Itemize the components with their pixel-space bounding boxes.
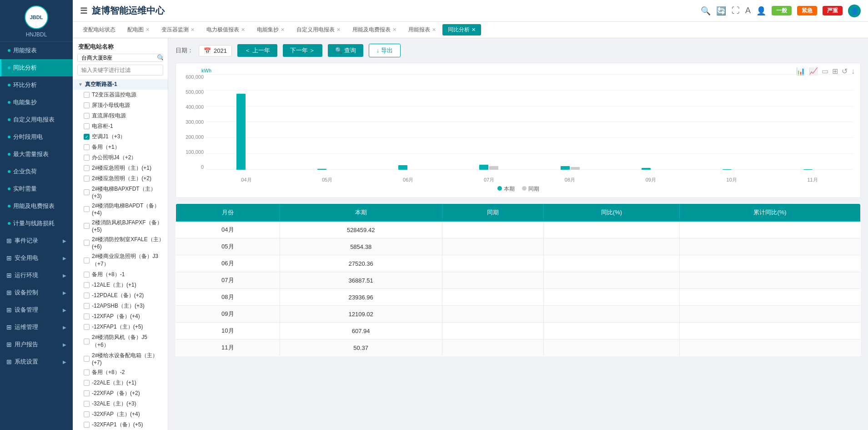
refresh-icon[interactable]: 🔄 (716, 6, 726, 16)
sidebar-item-分时段用电[interactable]: 分时段用电 (0, 128, 73, 146)
tree-checkbox[interactable] (84, 369, 90, 375)
station-search-input[interactable] (78, 54, 153, 62)
tree-checkbox[interactable] (84, 324, 90, 330)
date-picker[interactable]: 📅 2021 (199, 45, 232, 56)
sidebar-item-用能报表[interactable]: 用能报表 (0, 42, 73, 59)
export-button[interactable]: ↓ 导出 (369, 44, 401, 57)
station-search-button[interactable]: 🔍 (153, 54, 163, 62)
tree-node--12ALE（主）(+1)[interactable]: -12ALE（主）(+1) (73, 280, 168, 290)
sidebar-item-最大需量报表[interactable]: 最大需量报表 (0, 146, 73, 163)
tree-node-2#楼消防电梯BAPDT（备）(+4)[interactable]: 2#楼消防电梯BAPDT（备）(+4) (73, 201, 168, 218)
tab-自定义用电报表[interactable]: 自定义用电报表✕ (291, 24, 346, 35)
tree-node-电容柜-1[interactable]: 电容柜-1 (73, 121, 168, 132)
tab-close-icon[interactable]: ✕ (241, 27, 245, 33)
query-button[interactable]: 🔍 查询 (328, 44, 363, 57)
tree-checkbox[interactable] (84, 272, 90, 278)
badge-severe[interactable]: 严重 (823, 6, 843, 15)
sidebar-item-计量与线路损耗[interactable]: 计量与线路损耗 (0, 215, 73, 232)
tree-checkbox[interactable] (84, 144, 90, 150)
tree-node-2#楼给水设备配电箱（主）(+7)[interactable]: 2#楼给水设备配电箱（主）(+7) (73, 350, 168, 367)
tab-配电图[interactable]: 配电图✕ (122, 24, 155, 35)
sidebar-item-自定义用电报表[interactable]: 自定义用电报表 (0, 111, 73, 128)
sidebar-item-系统设置[interactable]: ⊞ 系统设置 ▶ (0, 353, 73, 370)
sidebar-item-电能集抄[interactable]: 电能集抄 (0, 94, 73, 111)
tree-checkbox[interactable] (84, 293, 90, 298)
sidebar-item-环比分析[interactable]: 环比分析 (0, 76, 73, 94)
tree-checkbox[interactable] (84, 240, 90, 246)
tree-node-2#楼消防控制室XFALE（主）(+6)[interactable]: 2#楼消防控制室XFALE（主）(+6) (73, 234, 168, 251)
tree-checkbox[interactable] (84, 411, 90, 417)
tree-checkbox[interactable] (84, 189, 90, 195)
tree-checkbox[interactable] (84, 339, 90, 344)
sidebar-item-企业负荷[interactable]: 企业负荷 (0, 163, 73, 180)
avatar[interactable]: 👤 (848, 5, 861, 17)
tree-checkbox[interactable] (84, 102, 90, 108)
tab-close-icon[interactable]: ✕ (392, 27, 396, 33)
tree-node-2#楼应急照明（主）(+1)[interactable]: 2#楼应急照明（主）(+1) (73, 163, 168, 173)
prev-year-button[interactable]: ＜ 上一年 (237, 44, 277, 57)
tree-node--12XFAP1（主）(+5)[interactable]: -12XFAP1（主）(+5) (73, 322, 168, 332)
tree-node-备用（+8）-1[interactable]: 备用（+8）-1 (73, 269, 168, 280)
sidebar-item-用能及电费报表[interactable]: 用能及电费报表 (0, 197, 73, 215)
tree-node-2#楼电梯BAPXFDT（主）(+3)[interactable]: 2#楼电梯BAPXFDT（主）(+3) (73, 184, 168, 201)
tree-node-屏顶小母线电源[interactable]: 屏顶小母线电源 (73, 100, 168, 111)
tree-checkbox[interactable] (84, 165, 90, 171)
tab-close-icon[interactable]: ✕ (281, 27, 285, 33)
menu-toggle-icon[interactable]: ☰ (80, 6, 87, 16)
tree-checkbox[interactable] (84, 206, 90, 212)
tree-node-真空断路器-1[interactable]: ▼真空断路器-1 (73, 79, 168, 90)
tree-checkbox[interactable] (84, 155, 90, 161)
tree-node--12APSHB（主）(+3)[interactable]: -12APSHB（主）(+3) (73, 301, 168, 311)
tree-node-2#楼应急照明（主）(+2)[interactable]: 2#楼应急照明（主）(+2) (73, 173, 168, 184)
tree-node-2#楼消防风机（备）J5（+6）[interactable]: 2#楼消防风机（备）J5（+6） (73, 332, 168, 350)
tree-node-T2变压器温控电源[interactable]: T2变压器温控电源 (73, 90, 168, 100)
sidebar-item-实时需量[interactable]: 实时需量 (0, 180, 73, 197)
tree-node--22XFAP（备）(+2)[interactable]: -22XFAP（备）(+2) (73, 388, 168, 399)
tree-node-2#楼商业应急照明（备）J3（+7）[interactable]: 2#楼商业应急照明（备）J3（+7） (73, 251, 168, 269)
tree-node-2楼消防风机BJFAPXF（备）(+5)[interactable]: 2楼消防风机BJFAPXF（备）(+5) (73, 218, 168, 234)
sidebar-item-设备管理[interactable]: ⊞ 设备管理 ▶ (0, 301, 73, 319)
tree-checkbox[interactable] (84, 356, 90, 362)
tree-checkbox[interactable] (84, 303, 90, 309)
tree-checkbox[interactable] (84, 176, 90, 182)
tab-close-icon[interactable]: ✕ (336, 27, 341, 33)
tree-checkbox[interactable] (84, 123, 90, 129)
tab-同比分析[interactable]: 同比分析✕ (442, 24, 481, 35)
tree-checkbox[interactable] (84, 380, 90, 386)
tree-node-办公照明J4（+2）[interactable]: 办公照明J4（+2） (73, 152, 168, 163)
tree-node--32ALE（主）(+3)[interactable]: -32ALE（主）(+3) (73, 399, 168, 409)
tree-node--22ALE（主）(+1)[interactable]: -22ALE（主）(+1) (73, 378, 168, 388)
tree-checkbox[interactable] (84, 113, 90, 119)
sidebar-item-设备控制[interactable]: ⊞ 设备控制 ▶ (0, 284, 73, 301)
tab-变压器监测[interactable]: 变压器监测✕ (156, 24, 200, 35)
sidebar-item-用户报告[interactable]: ⊞ 用户报告 ▶ (0, 336, 73, 353)
search-icon[interactable]: 🔍 (701, 6, 711, 16)
tree-checkbox[interactable] (84, 282, 90, 288)
tree-checkbox[interactable] (84, 401, 90, 407)
badge-warn[interactable]: 紧急 (797, 6, 817, 15)
sidebar-item-运维管理[interactable]: ⊞ 运维管理 ▶ (0, 319, 73, 336)
tree-checkbox[interactable] (84, 422, 90, 428)
tree-checkbox[interactable] (84, 223, 90, 229)
tree-node-直流屏/段电源[interactable]: 直流屏/段电源 (73, 111, 168, 121)
tree-node--32XFAP1（备）(+5)[interactable]: -32XFAP1（备）(+5) (73, 420, 168, 430)
tab-close-icon[interactable]: ✕ (146, 27, 150, 33)
font-icon[interactable]: A (745, 6, 751, 15)
badge-normal[interactable]: 一般 (772, 6, 792, 15)
tree-checkbox[interactable] (84, 258, 90, 263)
user-icon[interactable]: 👤 (756, 6, 766, 16)
tree-node-空调J1（+3）[interactable]: ✓空调J1（+3） (73, 132, 168, 142)
tree-node--12XFAP（备）(+4)[interactable]: -12XFAP（备）(+4) (73, 311, 168, 322)
tree-checkbox[interactable] (84, 92, 90, 98)
tab-close-icon[interactable]: ✕ (432, 27, 436, 33)
tree-node-备用（+8）-2[interactable]: 备用（+8）-2 (73, 367, 168, 378)
next-year-button[interactable]: 下一年 ＞ (283, 44, 323, 57)
tab-用能及电费报表[interactable]: 用能及电费报表✕ (347, 24, 402, 35)
tab-close-icon[interactable]: ✕ (191, 27, 195, 33)
tab-用能报表[interactable]: 用能报表✕ (403, 24, 442, 35)
tree-node--32XFAP（主）(+4)[interactable]: -32XFAP（主）(+4) (73, 409, 168, 420)
tree-node-备用（+1）[interactable]: 备用（+1） (73, 142, 168, 152)
tab-变配电站状态[interactable]: 变配电站状态 (77, 24, 121, 35)
fullscreen-icon[interactable]: ⛶ (732, 6, 740, 15)
tree-checkbox[interactable] (84, 390, 90, 396)
